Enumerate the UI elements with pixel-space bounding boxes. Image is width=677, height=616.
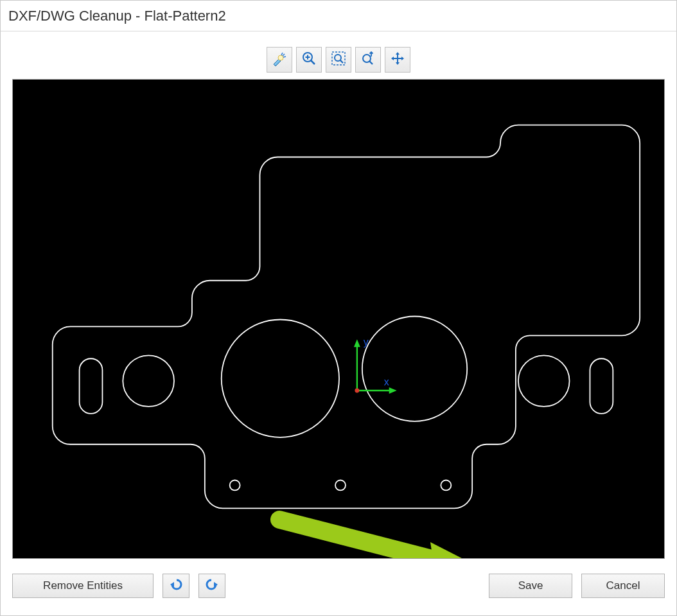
pan-icon	[389, 50, 406, 69]
zoom-fit-button[interactable]	[326, 47, 351, 73]
svg-point-13	[518, 355, 570, 407]
zoom-in-button[interactable]	[296, 47, 322, 73]
svg-point-11	[362, 317, 467, 421]
svg-text:x: x	[384, 376, 389, 387]
view-toolbar	[12, 40, 665, 79]
flashlight-icon	[271, 50, 288, 69]
svg-text:y: y	[364, 337, 369, 348]
save-button[interactable]: Save	[489, 574, 572, 598]
svg-marker-20	[354, 339, 360, 347]
svg-marker-23	[389, 387, 397, 394]
svg-point-16	[230, 480, 240, 491]
flat-pattern-drawing: y x	[13, 80, 664, 558]
axis-triad: y x	[354, 337, 397, 394]
svg-point-12	[123, 355, 174, 407]
pan-button[interactable]	[385, 47, 410, 73]
highlight-tool-button[interactable]	[267, 47, 292, 73]
zoom-height-button[interactable]	[355, 47, 381, 73]
svg-point-25	[355, 389, 359, 393]
remove-entities-button[interactable]: Remove Entities	[12, 574, 154, 598]
svg-line-7	[340, 60, 344, 64]
window-title: DXF/DWG Cleanup - Flat-Pattern2	[8, 8, 226, 24]
zoom-fit-icon	[330, 50, 347, 69]
svg-point-18	[441, 480, 451, 491]
dialog-footer: Remove Entities Save Cancel	[12, 568, 665, 604]
svg-point-17	[335, 480, 346, 491]
undo-icon	[168, 577, 184, 595]
title-bar: DXF/DWG Cleanup - Flat-Pattern2	[1, 1, 676, 31]
drawing-viewport[interactable]: y x	[12, 79, 665, 559]
zoom-vertical-icon	[360, 50, 376, 69]
redo-icon	[204, 577, 220, 595]
zoom-in-icon	[301, 50, 317, 69]
redo-button[interactable]	[198, 574, 225, 598]
svg-line-9	[369, 61, 373, 64]
cancel-button[interactable]: Cancel	[581, 574, 665, 598]
svg-line-2	[311, 60, 315, 64]
svg-point-10	[222, 319, 339, 437]
svg-rect-14	[80, 358, 103, 414]
undo-button[interactable]	[163, 574, 189, 598]
svg-rect-15	[590, 358, 613, 414]
svg-point-0	[278, 55, 283, 60]
